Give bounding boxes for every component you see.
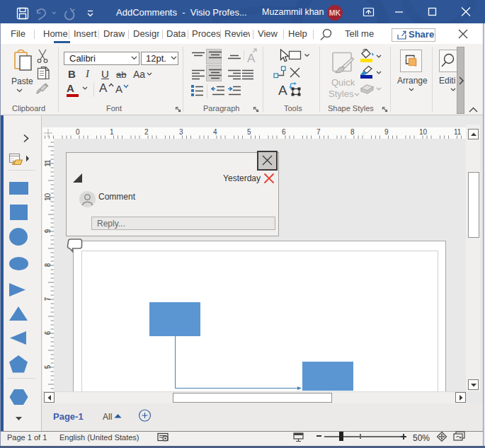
svg-text:A: A bbox=[247, 52, 256, 65]
svg-text:A: A bbox=[278, 83, 287, 98]
